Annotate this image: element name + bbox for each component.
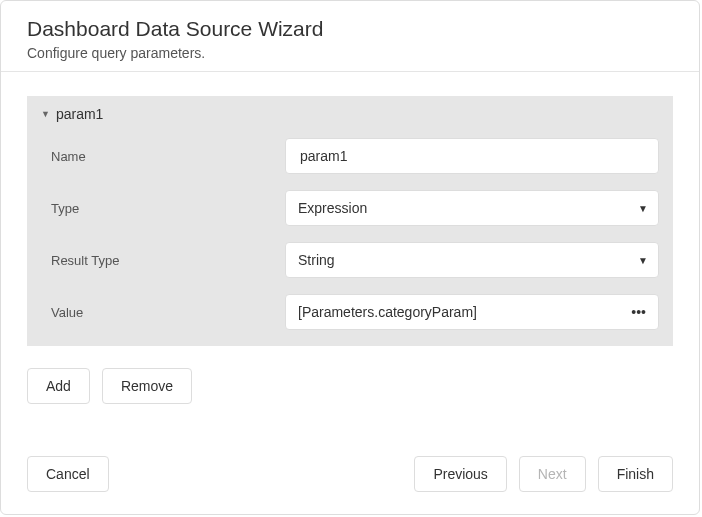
parameter-header[interactable]: ▼ param1 (27, 96, 673, 130)
field-row-result-type: Result Type String ▼ (27, 234, 673, 286)
remove-button[interactable]: Remove (102, 368, 192, 404)
collapse-icon: ▼ (41, 110, 50, 119)
footer-right: Previous Next Finish (414, 456, 673, 492)
field-row-value: Value [Parameters.categoryParam] ••• (27, 286, 673, 346)
value-label: Value (41, 305, 285, 320)
name-input-field[interactable] (298, 147, 646, 165)
wizard-subtitle: Configure query parameters. (27, 45, 673, 61)
value-input-text: [Parameters.categoryParam] (298, 304, 477, 320)
type-select-value: Expression (298, 200, 367, 216)
wizard-dialog: Dashboard Data Source Wizard Configure q… (0, 0, 700, 515)
result-type-select-value: String (298, 252, 335, 268)
field-row-name: Name (27, 130, 673, 182)
result-type-select[interactable]: String ▼ (285, 242, 659, 278)
name-input[interactable] (285, 138, 659, 174)
cancel-button[interactable]: Cancel (27, 456, 109, 492)
wizard-footer: Cancel Previous Next Finish (1, 440, 699, 514)
finish-button[interactable]: Finish (598, 456, 673, 492)
chevron-down-icon: ▼ (638, 255, 648, 266)
add-button[interactable]: Add (27, 368, 90, 404)
ellipsis-icon[interactable]: ••• (625, 305, 652, 319)
parameter-header-label: param1 (56, 106, 103, 122)
chevron-down-icon: ▼ (638, 203, 648, 214)
parameter-panel: ▼ param1 Name Type Expression ▼ (27, 96, 673, 350)
type-select[interactable]: Expression ▼ (285, 190, 659, 226)
field-row-type: Type Expression ▼ (27, 182, 673, 234)
type-label: Type (41, 201, 285, 216)
next-button: Next (519, 456, 586, 492)
wizard-header: Dashboard Data Source Wizard Configure q… (1, 1, 699, 72)
wizard-body: ▼ param1 Name Type Expression ▼ (1, 72, 699, 440)
result-type-label: Result Type (41, 253, 285, 268)
wizard-title: Dashboard Data Source Wizard (27, 17, 673, 41)
previous-button[interactable]: Previous (414, 456, 506, 492)
value-input[interactable]: [Parameters.categoryParam] ••• (285, 294, 659, 330)
parameter-actions: Add Remove (27, 368, 673, 404)
name-label: Name (41, 149, 285, 164)
